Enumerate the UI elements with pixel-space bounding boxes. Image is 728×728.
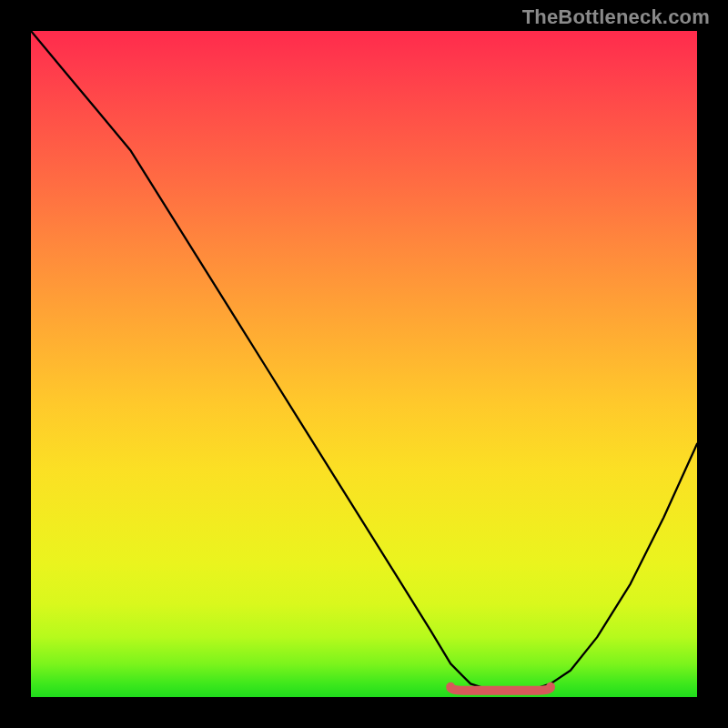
chart-frame: TheBottleneck.com bbox=[0, 0, 728, 728]
curve-svg bbox=[31, 31, 697, 697]
bottleneck-curve bbox=[31, 31, 697, 691]
plot-area bbox=[31, 31, 697, 697]
watermark-text: TheBottleneck.com bbox=[522, 5, 710, 29]
highlight-segment bbox=[450, 687, 551, 691]
